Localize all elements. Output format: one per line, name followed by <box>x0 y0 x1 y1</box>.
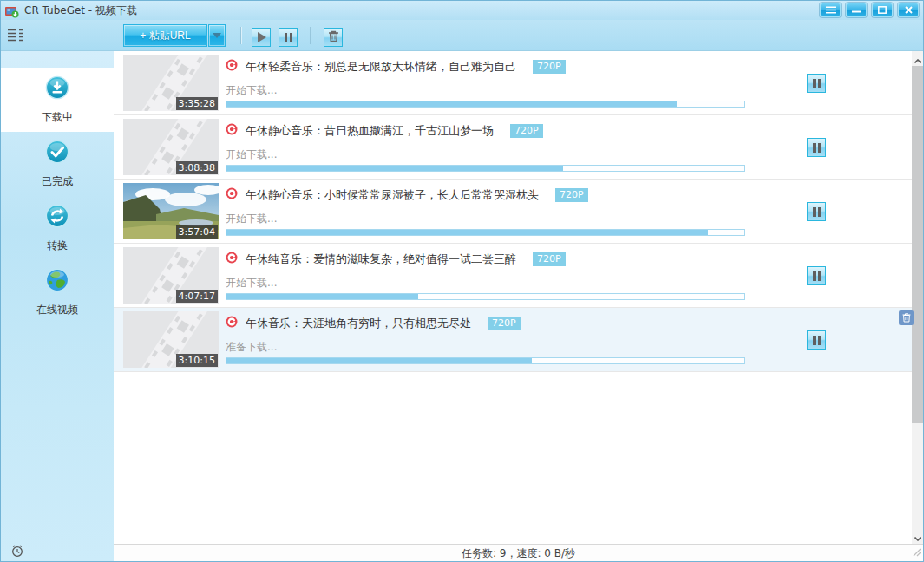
video-thumbnail: 3:35:28 <box>123 55 219 111</box>
video-source-icon <box>226 122 238 139</box>
window-body: 下载中 已完成 <box>1 51 923 562</box>
status-bar: 任务数: 9，速度: 0 B/秒 <box>114 544 923 562</box>
video-source-icon <box>226 251 238 267</box>
globe-icon <box>45 268 69 296</box>
download-list: 3:35:28 午休轻柔音乐：别总是无限放大坏情绪，自己难为自己 720P <box>114 51 912 544</box>
pause-icon <box>813 79 821 88</box>
progress-fill <box>226 101 677 107</box>
sidebar-item-label: 下载中 <box>42 110 73 125</box>
download-status: 开始下载... <box>226 147 277 162</box>
video-duration: 3:35:28 <box>176 97 218 110</box>
download-row[interactable]: 4:07:17 午休纯音乐：爱情的滋味复杂，绝对值得一试二尝三醉 720P <box>114 244 912 308</box>
row-pause-button[interactable] <box>807 74 826 93</box>
sidebar-item-label: 已完成 <box>42 174 73 189</box>
video-source-icon <box>226 58 238 75</box>
video-thumbnail: 4:07:17 <box>123 247 219 304</box>
convert-icon <box>45 204 69 232</box>
maximize-button[interactable] <box>872 3 893 17</box>
close-button[interactable] <box>898 3 919 17</box>
paste-url-button[interactable]: + 粘贴URL <box>123 24 207 47</box>
clock-icon[interactable] <box>10 544 24 558</box>
vertical-scrollbar[interactable] <box>912 51 923 544</box>
progress-fill <box>226 294 418 299</box>
download-row[interactable]: 3:10:15 午休音乐：天涯地角有穷时，只有相思无尽处 720P <box>114 308 912 372</box>
download-status: 准备下载... <box>226 340 277 355</box>
content-area: 3:35:28 午休轻柔音乐：别总是无限放大坏情绪，自己难为自己 720P <box>114 51 923 544</box>
delete-all-button[interactable] <box>324 28 343 47</box>
start-all-button[interactable] <box>252 28 271 47</box>
quality-badge: 720P <box>555 188 588 202</box>
video-title-line: 午休轻柔音乐：别总是无限放大坏情绪，自己难为自己 720P <box>226 58 566 75</box>
toolbar: + 粘贴URL <box>1 20 923 51</box>
row-pause-button[interactable] <box>807 202 826 221</box>
download-row[interactable]: 3:08:38 午休静心音乐：昔日热血撒满江，千古江山梦一场 720P <box>114 115 912 180</box>
video-duration: 3:57:04 <box>176 225 218 239</box>
scrollbar-thumb[interactable] <box>912 66 923 423</box>
video-title: 午休静心音乐：小时候常常尿湿被子，长大后常常哭湿枕头 <box>246 187 539 203</box>
pause-icon <box>813 143 821 153</box>
video-thumbnail: 3:10:15 <box>123 311 219 368</box>
trash-icon <box>902 310 911 326</box>
pause-icon <box>813 271 821 281</box>
status-bar-text: 任务数: 9，速度: 0 B/秒 <box>462 546 575 561</box>
progress-bar <box>226 101 745 108</box>
progress-bar <box>226 293 745 300</box>
video-duration: 3:08:38 <box>176 161 218 174</box>
download-row[interactable]: 3:35:28 午休轻柔音乐：别总是无限放大坏情绪，自己难为自己 720P <box>114 51 912 115</box>
download-status: 开始下载... <box>226 212 277 226</box>
download-status: 开始下载... <box>226 83 277 98</box>
paste-url-dropdown-button[interactable] <box>208 24 226 47</box>
window-menu-button[interactable] <box>820 3 841 17</box>
list-view-icon[interactable] <box>8 29 25 42</box>
video-source-icon <box>226 186 238 203</box>
pause-icon <box>813 207 821 217</box>
resize-grip-icon[interactable] <box>913 544 921 560</box>
sidebar-item-completed[interactable]: 已完成 <box>1 132 114 196</box>
video-title-line: 午休纯音乐：爱情的滋味复杂，绝对值得一试二尝三醉 720P <box>226 251 566 267</box>
progress-fill <box>226 358 532 363</box>
video-title: 午休静心音乐：昔日热血撒满江，千古江山梦一场 <box>246 123 494 139</box>
download-row[interactable]: 3:57:04 午休静心音乐：小时候常常尿湿被子，长大后常常哭湿枕头 720P <box>114 180 912 244</box>
trash-icon <box>328 29 339 46</box>
scroll-down-button[interactable] <box>912 529 923 544</box>
maximize-icon <box>878 6 887 14</box>
scrollbar-track[interactable] <box>912 423 923 529</box>
download-status: 开始下载... <box>226 276 277 291</box>
progress-bar <box>226 229 745 236</box>
progress-fill <box>226 166 563 171</box>
window-title: CR TubeGet - 视频下载 <box>24 3 137 18</box>
row-pause-button[interactable] <box>807 266 826 285</box>
pause-all-button[interactable] <box>279 28 298 47</box>
close-icon <box>905 6 913 14</box>
chevron-up-icon <box>914 50 921 67</box>
check-icon <box>45 140 69 167</box>
scroll-up-button[interactable] <box>912 51 923 66</box>
video-thumbnail: 3:57:04 <box>123 183 219 239</box>
sidebar-item-downloading[interactable]: 下载中 <box>1 68 114 132</box>
minimize-icon <box>852 6 861 14</box>
quality-badge: 720P <box>533 252 566 266</box>
quality-badge: 720P <box>510 124 543 138</box>
sidebar-item-label: 转换 <box>47 239 68 253</box>
row-pause-button[interactable] <box>807 330 826 350</box>
video-title-line: 午休静心音乐：小时候常常尿湿被子，长大后常常哭湿枕头 720P <box>226 186 588 203</box>
app-icon <box>5 5 19 16</box>
video-title: 午休纯音乐：爱情的滋味复杂，绝对值得一试二尝三醉 <box>246 252 516 267</box>
toolbar-divider <box>240 27 241 44</box>
row-pause-button[interactable] <box>807 138 826 157</box>
video-title: 午休轻柔音乐：别总是无限放大坏情绪，自己难为自己 <box>246 59 516 75</box>
pause-icon <box>813 336 821 345</box>
sidebar-item-label: 在线视频 <box>36 303 78 317</box>
video-thumbnail: 3:08:38 <box>123 119 219 175</box>
row-delete-button[interactable] <box>899 310 914 325</box>
progress-fill <box>226 230 708 235</box>
video-duration: 3:10:15 <box>176 354 218 367</box>
download-icon <box>45 75 69 103</box>
video-source-icon <box>226 315 238 331</box>
progress-bar <box>226 165 745 172</box>
sidebar-item-convert[interactable]: 转换 <box>1 196 114 260</box>
video-title-line: 午休音乐：天涯地角有穷时，只有相思无尽处 720P <box>226 315 521 331</box>
minimize-button[interactable] <box>846 3 867 17</box>
sidebar-item-online-video[interactable]: 在线视频 <box>1 260 114 324</box>
menu-icon <box>826 6 836 14</box>
